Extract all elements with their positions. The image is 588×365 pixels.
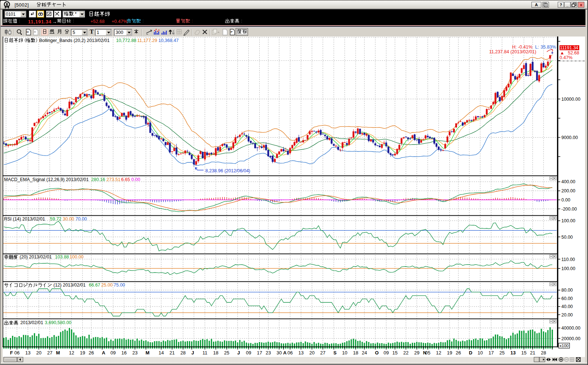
svg-text:30: 30 (276, 350, 282, 356)
svg-text:F: F (10, 350, 13, 356)
svg-text:200.00: 200.00 (561, 188, 575, 193)
svg-text:0.00: 0.00 (561, 197, 570, 203)
svg-text:11: 11 (202, 350, 208, 356)
svg-text:11191.34: 11191.34 (560, 45, 578, 50)
svg-text:11,237.84 (2013/02/01): 11,237.84 (2013/02/01) (489, 49, 536, 54)
svg-text:40000.00: 40000.00 (561, 326, 580, 331)
svg-text:09: 09 (384, 350, 389, 356)
svg-text:20: 20 (309, 350, 314, 356)
svg-text:16: 16 (121, 350, 127, 356)
svg-text:A: A (283, 350, 287, 356)
svg-text:273.51: 273.51 (107, 177, 120, 182)
svg-text:25.00: 25.00 (101, 283, 113, 288)
svg-text:59.72: 59.72 (50, 216, 61, 222)
svg-text:29: 29 (414, 350, 419, 356)
svg-text:103.88: 103.88 (55, 254, 69, 260)
svg-text:20.00: 20.00 (561, 312, 573, 318)
svg-text:3,690,580.00: 3,690,580.00 (45, 320, 71, 325)
svg-text:10,368.47: 10,368.47 (158, 38, 179, 43)
svg-text:21: 21 (170, 350, 175, 356)
svg-text:Bollinger_Bands (20,2) 2013/02: Bollinger_Bands (20,2) 2013/02/01 (39, 38, 109, 43)
svg-text:09: 09 (246, 350, 251, 356)
svg-text:28: 28 (541, 350, 546, 356)
svg-text:70.00: 70.00 (76, 216, 87, 222)
svg-text:20: 20 (36, 350, 41, 356)
svg-text:13: 13 (298, 350, 303, 356)
svg-text:19: 19 (447, 350, 452, 356)
svg-text:H:: H: (512, 45, 517, 50)
svg-text:15: 15 (392, 350, 398, 356)
svg-text:25: 25 (499, 350, 504, 356)
svg-text:10,772.88: 10,772.88 (116, 38, 136, 43)
svg-text:21: 21 (530, 350, 535, 356)
svg-text:30.00: 30.00 (63, 216, 74, 222)
svg-text:D: D (27, 30, 29, 34)
svg-text:66.67: 66.67 (89, 283, 100, 288)
svg-text:10: 10 (342, 350, 347, 356)
svg-text:A: A (102, 350, 105, 356)
svg-text:400.00: 400.00 (561, 179, 575, 184)
svg-text:J: J (192, 350, 194, 356)
svg-text:280.16: 280.16 (91, 177, 105, 182)
svg-text:S: S (333, 350, 337, 356)
svg-text:11,177.29: 11,177.29 (137, 38, 157, 43)
svg-text:60.00: 60.00 (561, 296, 573, 301)
svg-text:15: 15 (521, 350, 526, 356)
svg-text:R: R (34, 30, 36, 34)
svg-text:14: 14 (159, 350, 164, 356)
svg-text:27: 27 (47, 350, 52, 356)
svg-text:27: 27 (320, 350, 325, 356)
svg-text:0.00: 0.00 (131, 177, 140, 182)
svg-text:x100: x100 (560, 343, 569, 348)
svg-text:10: 10 (477, 350, 483, 356)
svg-text:18: 18 (213, 350, 218, 356)
svg-text:M: M (56, 350, 60, 356)
svg-text:23: 23 (266, 350, 271, 356)
svg-text:9000.00: 9000.00 (561, 135, 578, 140)
svg-text:52.68: 52.68 (568, 50, 579, 55)
svg-text:(20) 2013/02/01: (20) 2013/02/01 (20, 254, 52, 260)
svg-text:17: 17 (257, 350, 262, 356)
svg-text:22: 22 (403, 350, 409, 356)
svg-text:17: 17 (488, 350, 494, 356)
svg-text:06: 06 (14, 350, 19, 356)
svg-text:2013/02/01: 2013/02/01 (20, 320, 43, 325)
svg-text:D: D (469, 350, 472, 356)
svg-text:(12) 2013/02/01: (12) 2013/02/01 (54, 283, 86, 288)
svg-text:10000.00: 10000.00 (561, 97, 580, 102)
svg-text:MACD_EMA_Signal (12,26,9) 2013: MACD_EMA_Signal (12,26,9) 2013/02/01 (4, 177, 89, 182)
svg-text:M: M (146, 350, 150, 356)
svg-text:35.83%: 35.83% (541, 45, 556, 50)
svg-text:P: P (231, 30, 233, 34)
svg-text:100.00: 100.00 (70, 254, 84, 260)
svg-text:12: 12 (436, 350, 441, 356)
svg-text:100.00: 100.00 (561, 266, 575, 271)
svg-text:13: 13 (510, 350, 515, 356)
svg-text:40.00: 40.00 (561, 304, 573, 309)
svg-text:6.65: 6.65 (121, 177, 130, 182)
svg-text:100.00: 100.00 (561, 218, 575, 223)
svg-text:26: 26 (456, 350, 461, 356)
svg-text:09: 09 (111, 350, 116, 356)
svg-text:75.00: 75.00 (114, 283, 125, 288)
svg-text:110.00: 110.00 (561, 257, 575, 262)
svg-text:50.00: 50.00 (561, 235, 573, 240)
svg-text:06: 06 (287, 350, 293, 356)
svg-text:19: 19 (80, 350, 85, 356)
svg-text:J: J (237, 350, 240, 356)
svg-text:L:: L: (535, 45, 539, 50)
svg-text:23: 23 (132, 350, 138, 356)
svg-text:8,238.96 (2012/06/04): 8,238.96 (2012/06/04) (205, 168, 250, 173)
svg-text:18: 18 (353, 350, 358, 356)
svg-text:13: 13 (25, 350, 30, 356)
svg-text:26: 26 (89, 350, 94, 356)
svg-text:24: 24 (362, 350, 367, 356)
svg-text:-200.00: -200.00 (561, 207, 577, 212)
svg-text:25: 25 (224, 350, 229, 356)
svg-text:0.47%: 0.47% (560, 55, 572, 60)
svg-text:20000.00: 20000.00 (561, 336, 580, 341)
svg-text:80.00: 80.00 (561, 288, 573, 293)
svg-text:05: 05 (425, 350, 430, 356)
svg-text:RSI (14) 2013/02/01: RSI (14) 2013/02/01 (4, 216, 45, 222)
svg-text:O: O (375, 350, 379, 356)
